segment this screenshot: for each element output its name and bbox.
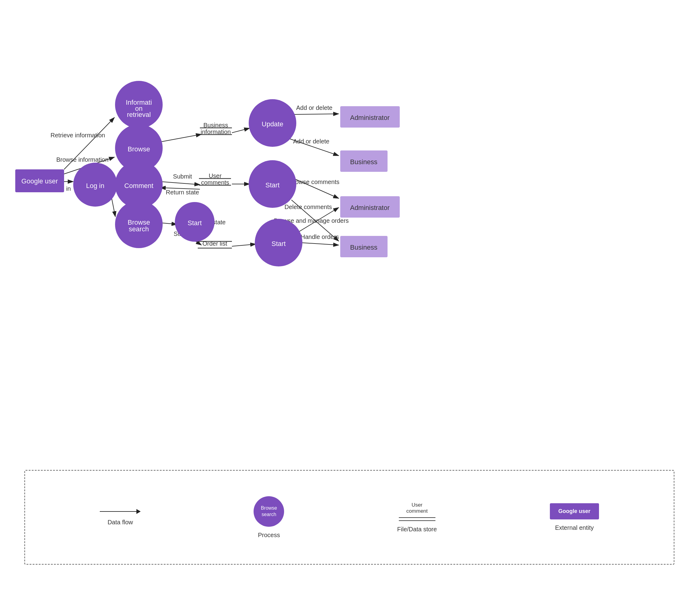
edge-label-returnstate: Return state	[166, 189, 199, 196]
start-browsesearch-label: Start	[188, 219, 202, 227]
datastore-bizinfo-label: Business	[203, 122, 228, 129]
edge-login-to-browsesearch	[111, 197, 115, 217]
info-retrieval-label3: retrieval	[127, 111, 151, 119]
administrator2-label: Administrator	[350, 204, 390, 211]
datastore-bizinfo-label2: information	[201, 129, 231, 135]
edge-label-adddelete1: Add or delete	[296, 105, 332, 111]
legend-datastore-label: File/Data store	[397, 526, 437, 533]
business1-label: Business	[350, 158, 377, 166]
legend-inner: Data flow Browse search Process User com…	[25, 470, 674, 564]
legend-process-text: Browse search	[261, 505, 277, 518]
edge-browse-to-bizinfo	[160, 134, 201, 142]
legend-entity-rect: Google user	[550, 503, 599, 520]
edge-label-deletecomments: Delete comments	[284, 204, 332, 210]
legend-entity-label: External entity	[555, 524, 594, 531]
legend-datastore: User comment File/Data store	[397, 502, 437, 533]
administrator1-label: Administrator	[350, 114, 390, 122]
legend-datastore-line2	[399, 520, 435, 521]
comment-label: Comment	[124, 182, 153, 190]
edge-startorder-to-biz2	[300, 243, 339, 245]
legend-box: Data flow Browse search Process User com…	[24, 470, 674, 565]
edge-label-adddelete2: Add or delete	[293, 138, 329, 145]
diagram-container: Retrieve information Browse information …	[0, 0, 700, 589]
legend-datastore-visual: User comment	[399, 502, 435, 521]
update-label: Update	[262, 120, 283, 128]
edge-label-retrieve: Retrieve information	[51, 132, 105, 139]
legend-datastore-line1	[399, 517, 435, 518]
legend-datastore-text: User comment	[399, 502, 435, 514]
legend-process-circle: Browse search	[254, 496, 284, 527]
edge-label-submit: Submit	[173, 173, 192, 180]
edge-comment-to-usercomments	[160, 182, 200, 185]
browse-label: Browse	[128, 145, 150, 153]
legend-process: Browse search Process	[254, 496, 284, 539]
legend-datastore-lines: User comment	[399, 502, 435, 521]
edge-bizinfo-to-update	[232, 128, 250, 133]
legend-external-entity: Google user External entity	[550, 503, 599, 531]
datastore-usercomments-label1: User	[209, 172, 222, 179]
business2-label: Business	[350, 243, 377, 251]
start-order-label: Start	[272, 240, 286, 247]
edge-label-handleorders: Handle orders	[300, 233, 339, 240]
browse-search-label2: search	[129, 225, 149, 233]
legend-arrow-line	[100, 511, 137, 512]
datastore-orderlist-label: Order list	[202, 240, 227, 247]
legend-dataflow-arrow	[100, 509, 141, 514]
legend-process-label: Process	[258, 532, 280, 539]
legend-dataflow-label: Data flow	[107, 519, 133, 526]
login-label: Log in	[86, 182, 104, 190]
edge-orderlist-to-start	[232, 244, 256, 246]
edge-update-to-admin1	[294, 114, 339, 115]
start-comment-label: Start	[265, 181, 279, 189]
legend-dataflow: Data flow	[100, 509, 141, 526]
google-user-label: Google user	[21, 177, 58, 185]
legend-arrow-head	[137, 509, 141, 514]
edge-browsesearch-to-start	[160, 223, 177, 224]
edge-label-browsecomments: Browse comments	[289, 179, 339, 185]
edge-label-browse-info: Browse information	[56, 156, 108, 163]
datastore-usercomments-label2: comments	[201, 179, 229, 186]
